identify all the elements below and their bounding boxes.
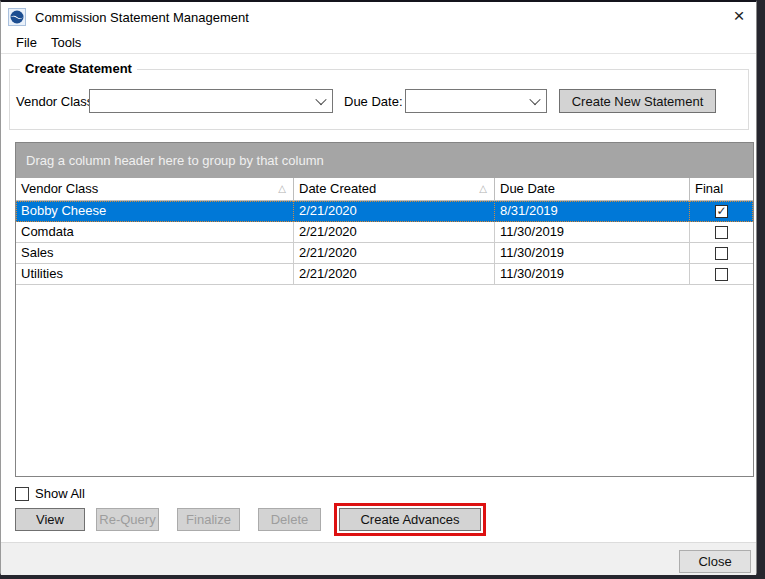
chevron-down-icon [310, 90, 332, 112]
window-title: Commission Statement Management [35, 10, 249, 25]
column-header-final[interactable]: Final [690, 178, 753, 201]
cell-final [690, 264, 753, 285]
create-new-statement-button[interactable]: Create New Statement [559, 89, 716, 113]
cell-final [690, 243, 753, 264]
cell-due-date: 11/30/2019 [495, 222, 690, 243]
table-row[interactable]: Sales 2/21/2020 11/30/2019 [16, 243, 753, 264]
globe-icon [10, 10, 24, 24]
final-checkbox-unchecked[interactable] [715, 226, 728, 239]
cell-vendor-class: Sales [16, 243, 294, 264]
cell-date-created: 2/21/2020 [294, 201, 495, 222]
cell-final: ✓ [690, 201, 753, 222]
create-statement-group: Create Statement Vendor Class: Due Date:… [9, 69, 749, 130]
red-highlight-annotation: Create Advances [334, 503, 486, 536]
cell-final [690, 222, 753, 243]
cell-due-date: 11/30/2019 [495, 264, 690, 285]
menu-file[interactable]: File [9, 33, 44, 53]
column-header-due-date[interactable]: Due Date [495, 178, 690, 201]
title-bar[interactable]: Commission Statement Management × [1, 2, 756, 32]
requery-button[interactable]: Re-Query [96, 508, 159, 531]
final-checkbox-unchecked[interactable] [715, 268, 728, 281]
statements-grid: Drag a column header here to group by th… [15, 142, 754, 477]
commission-statement-dialog: Commission Statement Management × File T… [0, 0, 757, 575]
finalize-button[interactable]: Finalize [177, 508, 240, 531]
grid-header-row: Vendor Class △ Date Created △ Due Date F… [16, 178, 753, 201]
create-statement-group-label: Create Statement [20, 61, 137, 76]
cell-date-created: 2/21/2020 [294, 264, 495, 285]
cell-vendor-class: Bobby Cheese [16, 201, 294, 222]
menu-tools[interactable]: Tools [44, 33, 88, 53]
group-by-drop-zone[interactable]: Drag a column header here to group by th… [16, 143, 753, 178]
show-all-control[interactable]: Show All [15, 486, 85, 501]
final-checkbox-unchecked[interactable] [715, 247, 728, 260]
cell-vendor-class: Comdata [16, 222, 294, 243]
due-date-combobox[interactable] [405, 89, 547, 113]
sort-asc-icon: △ [479, 178, 487, 200]
chevron-down-icon [524, 90, 546, 112]
background-window-sliver [0, 575, 765, 579]
table-row[interactable]: Comdata 2/21/2020 11/30/2019 [16, 222, 753, 243]
show-all-label: Show All [35, 486, 85, 501]
cell-date-created: 2/21/2020 [294, 243, 495, 264]
background-window-sliver [757, 0, 765, 579]
vendor-class-combobox[interactable] [89, 89, 333, 113]
cell-vendor-class: Utilities [16, 264, 294, 285]
sort-asc-icon: △ [278, 178, 286, 200]
vendor-class-label: Vendor Class: [16, 94, 97, 109]
show-all-checkbox[interactable] [15, 487, 29, 501]
final-checkbox-checked[interactable]: ✓ [715, 205, 728, 218]
due-date-label: Due Date: [344, 94, 403, 109]
column-header-vendor-class[interactable]: Vendor Class △ [16, 178, 294, 201]
delete-button[interactable]: Delete [258, 508, 321, 531]
view-button[interactable]: View [15, 508, 85, 531]
menu-bar: File Tools [1, 32, 756, 54]
table-row[interactable]: Utilities 2/21/2020 11/30/2019 [16, 264, 753, 285]
table-row[interactable]: Bobby Cheese 2/21/2020 8/31/2019 ✓ [16, 201, 753, 222]
create-advances-button[interactable]: Create Advances [339, 508, 481, 531]
cell-date-created: 2/21/2020 [294, 222, 495, 243]
cell-due-date: 11/30/2019 [495, 243, 690, 264]
column-header-date-created[interactable]: Date Created △ [294, 178, 495, 201]
cell-due-date: 8/31/2019 [495, 201, 690, 222]
dialog-footer: Close [1, 542, 756, 575]
close-icon[interactable]: × [722, 2, 756, 32]
app-icon [8, 8, 26, 26]
close-button[interactable]: Close [679, 550, 751, 573]
